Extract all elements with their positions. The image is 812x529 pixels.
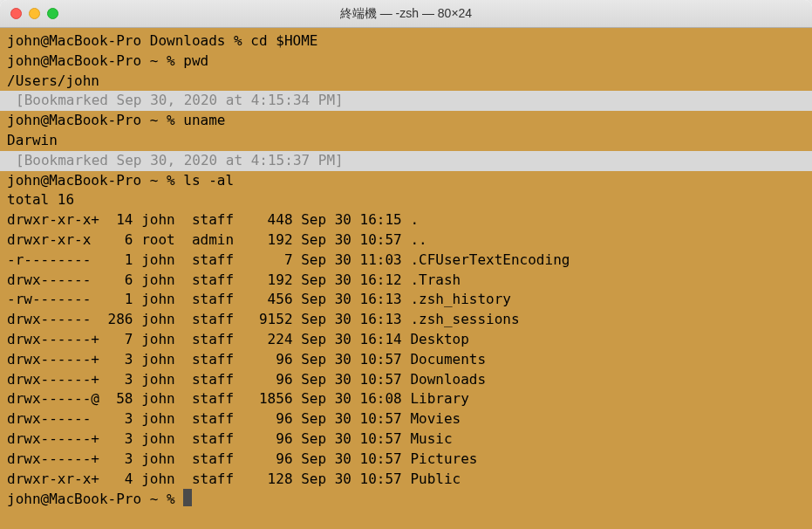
terminal-line: drwx------ 6 john staff 192 Sep 30 16:12… xyxy=(7,271,805,291)
terminal-line: john@MacBook-Pro ~ % uname xyxy=(7,111,805,131)
terminal-line: drwx------+ 7 john staff 224 Sep 30 16:1… xyxy=(7,330,805,350)
titlebar[interactable]: 終端機 — -zsh — 80×24 xyxy=(0,0,812,28)
terminal-line: total 16 xyxy=(7,190,805,210)
terminal-line: /Users/john xyxy=(7,72,805,92)
terminal-line: Darwin xyxy=(7,131,805,151)
minimize-button[interactable] xyxy=(29,8,40,19)
terminal-area[interactable]: john@MacBook-Pro Downloads % cd $HOMEjoh… xyxy=(0,28,812,529)
terminal-window: 終端機 — -zsh — 80×24 john@MacBook-Pro Down… xyxy=(0,0,812,529)
terminal-line: drwxr-xr-x+ 4 john staff 128 Sep 30 10:5… xyxy=(7,470,805,490)
terminal-line: john@MacBook-Pro Downloads % cd $HOME xyxy=(7,31,805,52)
bookmark-line: [Bookmarked Sep 30, 2020 at 4:15:37 PM] xyxy=(0,151,812,171)
terminal-line: drwx------ 286 john staff 9152 Sep 30 16… xyxy=(7,310,805,330)
bookmark-line: [Bookmarked Sep 30, 2020 at 4:15:34 PM] xyxy=(0,91,812,111)
terminal-line: drwx------ 3 john staff 96 Sep 30 10:57 … xyxy=(7,409,805,429)
traffic-lights xyxy=(10,8,58,19)
prompt-line: john@MacBook-Pro ~ % xyxy=(7,489,805,510)
terminal-line: drwxr-xr-x+ 14 john staff 448 Sep 30 16:… xyxy=(7,210,805,230)
terminal-line: drwx------+ 3 john staff 96 Sep 30 10:57… xyxy=(7,370,805,390)
terminal-line: drwx------+ 3 john staff 96 Sep 30 10:57… xyxy=(7,350,805,370)
cursor xyxy=(183,489,192,506)
terminal-line: drwxr-xr-x 6 root admin 192 Sep 30 10:57… xyxy=(7,230,805,251)
terminal-line: -r-------- 1 john staff 7 Sep 30 11:03 .… xyxy=(7,251,805,271)
terminal-line: drwx------@ 58 john staff 1856 Sep 30 16… xyxy=(7,389,805,409)
window-title: 終端機 — -zsh — 80×24 xyxy=(10,6,802,22)
terminal-line: drwx------+ 3 john staff 96 Sep 30 10:57… xyxy=(7,429,805,450)
terminal-line: john@MacBook-Pro ~ % pwd xyxy=(7,52,805,72)
terminal-line: -rw------- 1 john staff 456 Sep 30 16:13… xyxy=(7,290,805,310)
terminal-line: john@MacBook-Pro ~ % ls -al xyxy=(7,171,805,191)
close-button[interactable] xyxy=(10,8,22,19)
maximize-button[interactable] xyxy=(47,8,58,19)
terminal-line: drwx------+ 3 john staff 96 Sep 30 10:57… xyxy=(7,450,805,470)
